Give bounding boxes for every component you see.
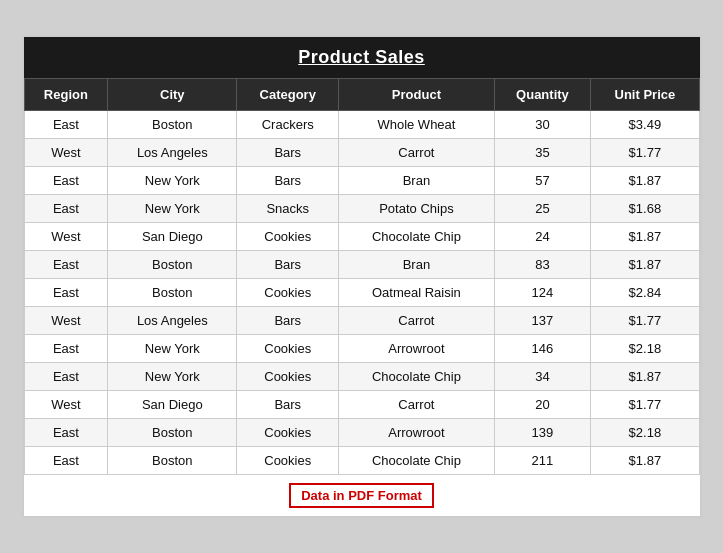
cell-region: East [24, 335, 108, 363]
cell-product: Carrot [339, 307, 495, 335]
cell-category: Cookies [237, 335, 339, 363]
table-row: EastNew YorkCookiesChocolate Chip34$1.87 [24, 363, 699, 391]
cell-product: Bran [339, 167, 495, 195]
cell-unit_price: $1.68 [591, 195, 699, 223]
cell-quantity: 25 [494, 195, 591, 223]
cell-category: Cookies [237, 363, 339, 391]
cell-city: Boston [108, 419, 237, 447]
page-title: Product Sales [24, 37, 700, 78]
pdf-format-label: Data in PDF Format [289, 483, 434, 508]
cell-unit_price: $2.18 [591, 335, 699, 363]
cell-region: East [24, 447, 108, 475]
cell-product: Carrot [339, 139, 495, 167]
cell-city: San Diego [108, 391, 237, 419]
cell-region: West [24, 307, 108, 335]
cell-category: Bars [237, 251, 339, 279]
col-category: Category [237, 79, 339, 111]
col-city: City [108, 79, 237, 111]
cell-unit_price: $1.77 [591, 391, 699, 419]
cell-quantity: 35 [494, 139, 591, 167]
col-region: Region [24, 79, 108, 111]
cell-quantity: 30 [494, 111, 591, 139]
cell-product: Bran [339, 251, 495, 279]
cell-city: New York [108, 335, 237, 363]
cell-product: Potato Chips [339, 195, 495, 223]
cell-unit_price: $2.84 [591, 279, 699, 307]
cell-category: Bars [237, 307, 339, 335]
cell-quantity: 137 [494, 307, 591, 335]
table-row: EastNew YorkSnacksPotato Chips25$1.68 [24, 195, 699, 223]
table-row: WestSan DiegoCookiesChocolate Chip24$1.8… [24, 223, 699, 251]
table-row: EastNew YorkBarsBran57$1.87 [24, 167, 699, 195]
cell-category: Cookies [237, 447, 339, 475]
cell-product: Carrot [339, 391, 495, 419]
col-unit-price: Unit Price [591, 79, 699, 111]
cell-product: Arrowroot [339, 335, 495, 363]
cell-product: Chocolate Chip [339, 223, 495, 251]
cell-product: Whole Wheat [339, 111, 495, 139]
cell-city: Boston [108, 279, 237, 307]
cell-region: East [24, 167, 108, 195]
cell-quantity: 20 [494, 391, 591, 419]
cell-quantity: 83 [494, 251, 591, 279]
cell-region: West [24, 391, 108, 419]
table-row: WestLos AngelesBarsCarrot35$1.77 [24, 139, 699, 167]
footer-area: Data in PDF Format [24, 475, 700, 516]
cell-region: East [24, 111, 108, 139]
cell-quantity: 34 [494, 363, 591, 391]
cell-city: San Diego [108, 223, 237, 251]
cell-region: East [24, 251, 108, 279]
cell-unit_price: $1.77 [591, 139, 699, 167]
cell-quantity: 24 [494, 223, 591, 251]
cell-region: West [24, 139, 108, 167]
cell-quantity: 57 [494, 167, 591, 195]
cell-category: Snacks [237, 195, 339, 223]
cell-unit_price: $1.87 [591, 167, 699, 195]
table-row: EastBostonCookiesArrowroot139$2.18 [24, 419, 699, 447]
cell-category: Cookies [237, 419, 339, 447]
cell-region: East [24, 419, 108, 447]
cell-unit_price: $1.77 [591, 307, 699, 335]
cell-city: New York [108, 195, 237, 223]
cell-city: Los Angeles [108, 139, 237, 167]
table-header-row: Region City Category Product Quantity Un… [24, 79, 699, 111]
cell-city: New York [108, 167, 237, 195]
content-box: Product Sales Region City Category Produ… [22, 35, 702, 518]
cell-category: Cookies [237, 223, 339, 251]
cell-category: Bars [237, 167, 339, 195]
cell-category: Crackers [237, 111, 339, 139]
cell-quantity: 139 [494, 419, 591, 447]
cell-unit_price: $1.87 [591, 223, 699, 251]
cell-unit_price: $1.87 [591, 251, 699, 279]
page-container: Product Sales Region City Category Produ… [0, 0, 723, 553]
cell-city: Boston [108, 447, 237, 475]
cell-city: Boston [108, 251, 237, 279]
cell-region: East [24, 363, 108, 391]
cell-unit_price: $3.49 [591, 111, 699, 139]
cell-region: East [24, 279, 108, 307]
cell-category: Cookies [237, 279, 339, 307]
table-row: EastBostonCookiesChocolate Chip211$1.87 [24, 447, 699, 475]
cell-product: Arrowroot [339, 419, 495, 447]
table-row: EastBostonCookiesOatmeal Raisin124$2.84 [24, 279, 699, 307]
cell-city: Boston [108, 111, 237, 139]
table-row: WestLos AngelesBarsCarrot137$1.77 [24, 307, 699, 335]
cell-product: Oatmeal Raisin [339, 279, 495, 307]
col-quantity: Quantity [494, 79, 591, 111]
cell-unit_price: $1.87 [591, 447, 699, 475]
cell-unit_price: $1.87 [591, 363, 699, 391]
cell-product: Chocolate Chip [339, 447, 495, 475]
cell-city: New York [108, 363, 237, 391]
table-row: EastBostonCrackersWhole Wheat30$3.49 [24, 111, 699, 139]
cell-unit_price: $2.18 [591, 419, 699, 447]
table-row: WestSan DiegoBarsCarrot20$1.77 [24, 391, 699, 419]
col-product: Product [339, 79, 495, 111]
table-row: EastBostonBarsBran83$1.87 [24, 251, 699, 279]
cell-quantity: 124 [494, 279, 591, 307]
cell-category: Bars [237, 391, 339, 419]
cell-city: Los Angeles [108, 307, 237, 335]
cell-category: Bars [237, 139, 339, 167]
cell-quantity: 146 [494, 335, 591, 363]
cell-product: Chocolate Chip [339, 363, 495, 391]
product-sales-table: Region City Category Product Quantity Un… [24, 78, 700, 475]
